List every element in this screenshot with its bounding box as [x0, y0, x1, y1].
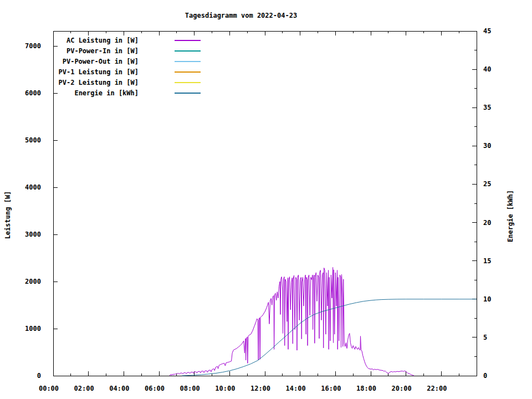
y-axis-left-label: Leistung [W] — [4, 191, 12, 239]
y-axis-right-label: Energie [kWh] — [507, 190, 514, 242]
x-tick-label: 20:00 — [392, 385, 412, 392]
legend-line-sample — [175, 40, 201, 41]
legend-item-label: Energie in [kWh] — [0, 89, 139, 97]
y-right-tick-label: 25 — [483, 180, 491, 188]
y-left-tick-label: 4000 — [25, 183, 41, 191]
x-tick-label: 08:00 — [180, 385, 200, 392]
y-right-tick-label: 30 — [483, 142, 491, 150]
legend-item-label: PV-2 Leistung in [W] — [0, 79, 139, 86]
legend-line-sample — [175, 71, 201, 73]
y-right-tick-label: 45 — [483, 27, 491, 35]
y-left-tick-label: 1000 — [25, 325, 41, 332]
y-right-tick-label: 0 — [483, 372, 487, 380]
legend-item: PV-2 Leistung in [W] — [0, 79, 211, 86]
x-tick-label: 02:00 — [74, 385, 94, 392]
y-right-tick-label: 15 — [483, 257, 491, 265]
x-tick-label: 22:00 — [427, 385, 447, 392]
legend-item: Energie in [kWh] — [0, 89, 211, 97]
x-tick-label: 10:00 — [215, 385, 235, 392]
x-tick-label: 04:00 — [109, 385, 129, 392]
x-tick-label: 06:00 — [145, 385, 165, 392]
x-tick-label: 18:00 — [356, 385, 376, 392]
y-right-tick-label: 40 — [483, 65, 491, 73]
legend-item: PV-Power-In in [W] — [0, 47, 211, 55]
legend-line-sample — [175, 61, 201, 62]
legend-item-label: PV-1 Leistung in [W] — [0, 68, 139, 76]
x-tick-label: 16:00 — [321, 385, 341, 392]
legend-item-label: AC Leistung in [W] — [0, 37, 139, 44]
legend-line-sample — [175, 82, 201, 83]
y-left-tick-label: 2000 — [25, 278, 41, 285]
y-left-tick-label: 0 — [37, 372, 41, 380]
y-left-tick-label: 3000 — [25, 231, 41, 238]
legend-line-sample — [175, 50, 201, 52]
legend: AC Leistung in [W]PV-Power-In in [W]PV-P… — [0, 0, 222, 105]
y-right-tick-label: 20 — [483, 219, 491, 227]
x-tick-label: 00:00 — [39, 385, 59, 392]
x-tick-label: 12:00 — [250, 385, 270, 392]
legend-item-label: PV-Power-Out in [W] — [0, 58, 139, 65]
y-right-tick-label: 5 — [483, 334, 487, 341]
legend-item: PV-Power-Out in [W] — [0, 58, 211, 65]
chart-canvas: 00:0002:0004:0006:0008:0010:0012:0014:00… — [0, 0, 532, 399]
y-right-tick-label: 35 — [483, 104, 491, 111]
y-right-tick-label: 10 — [483, 295, 491, 303]
legend-item: AC Leistung in [W] — [0, 37, 211, 44]
x-tick-label: 14:00 — [286, 385, 306, 392]
y-left-tick-label: 5000 — [25, 136, 41, 144]
series-line-ac — [170, 268, 414, 376]
legend-item-label: PV-Power-In in [W] — [0, 47, 139, 55]
legend-item: PV-1 Leistung in [W] — [0, 68, 211, 76]
legend-line-sample — [175, 93, 201, 94]
